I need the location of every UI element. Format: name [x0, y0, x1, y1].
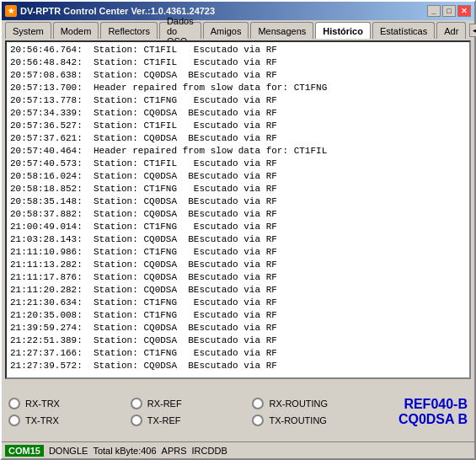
- app-icon: ★: [5, 5, 17, 17]
- main-window: ★ DV-RPTR Control Center Ver.:1.0.4361.2…: [0, 0, 476, 460]
- tab-dados-do-qso[interactable]: Dados do QSO: [159, 22, 201, 39]
- tab-system[interactable]: System: [5, 22, 51, 39]
- log-line: 20:57:08.638: Station: CQ0DSA BEscutado …: [10, 69, 466, 82]
- log-line: 21:22:51.389: Station: CQ0DSA BEscutado …: [10, 334, 466, 347]
- log-line: 21:03:28.143: Station: CQ0DSA BEscutado …: [10, 233, 466, 246]
- status-bar: COM15 DONGLE Total kByte:406 APRS IRCDDB: [2, 441, 474, 458]
- rx-routing-radio[interactable]: [252, 398, 264, 409]
- com-status: COM15: [5, 445, 44, 457]
- log-line: 20:58:18.852: Station: CT1FNG Escutado v…: [10, 183, 466, 195]
- aprs-status: APRS: [162, 446, 187, 456]
- ref-radio-group: RX-REF TX-REF: [131, 398, 182, 426]
- window-controls: _ □ ✕: [427, 5, 471, 17]
- log-line: 21:27:39.572: Station: CQ0DSA BEscutado …: [10, 360, 466, 372]
- tx-trx-radio[interactable]: [8, 415, 20, 426]
- tx-ref-label: TX-REF: [147, 415, 181, 425]
- minimize-button[interactable]: _: [427, 5, 441, 17]
- log-line: 21:20:35.008: Station: CT1FNG Escutado v…: [10, 309, 466, 322]
- tx-trx-item: TX-TRX: [8, 415, 60, 426]
- total-kbyte: Total kByte:406: [93, 446, 156, 456]
- tab-historico[interactable]: Histórico: [315, 22, 371, 39]
- ref-line2: CQ0DSA B: [398, 412, 468, 427]
- title-bar: ★ DV-RPTR Control Center Ver.:1.0.4361.2…: [2, 2, 474, 20]
- log-line: 20:56:46.764: Station: CT1FIL Escutado v…: [10, 44, 466, 56]
- rx-ref-label: RX-REF: [147, 398, 182, 409]
- ref-line1: REF040-B: [398, 397, 468, 412]
- log-line: 21:39:59.274: Station: CQ0DSA BEscutado …: [10, 322, 466, 334]
- log-line: 20:58:37.882: Station: CQ0DSA BEscutado …: [10, 208, 466, 221]
- log-line: 21:11:10.986: Station: CT1FNG Escutado v…: [10, 246, 466, 259]
- window-title: DV-RPTR Control Center Ver.:1.0.4361.247…: [20, 6, 215, 16]
- rx-radio-group: RX-TRX TX-TRX: [8, 398, 60, 426]
- tx-ref-item: TX-REF: [131, 415, 182, 426]
- maximize-button[interactable]: □: [442, 5, 456, 17]
- routing-radio-group: RX-ROUTING TX-ROUTING: [252, 398, 328, 426]
- rx-routing-item: RX-ROUTING: [252, 398, 328, 409]
- log-line: 21:21:30.634: Station: CT1FNG Escutado v…: [10, 297, 466, 309]
- log-line: 20:57:13.700: Header repaired from slow …: [10, 82, 466, 94]
- tab-reflectors[interactable]: Reflectors: [100, 22, 158, 39]
- rx-ref-radio[interactable]: [131, 398, 142, 409]
- log-line: 20:57:40.573: Station: CT1FIL Escutado v…: [10, 158, 466, 170]
- log-area[interactable]: 20:56:46.764: Station: CT1FIL Escutado v…: [7, 42, 469, 377]
- status-panel: RX-TRX TX-TRX RX-REF TX-REF RX-ROUTING: [2, 382, 474, 441]
- log-line: 21:11:13.282: Station: CQ0DSA BEscutado …: [10, 259, 466, 271]
- log-line: 20:57:37.621: Station: CQ0DSA BEscutado …: [10, 132, 466, 145]
- log-line: 21:27:37.166: Station: CT1FNG Escutado v…: [10, 347, 466, 360]
- dongle-status: DONGLE: [49, 446, 88, 456]
- tx-routing-label: TX-ROUTING: [269, 415, 326, 425]
- rx-trx-item: RX-TRX: [8, 398, 60, 409]
- log-line: 20:58:35.148: Station: CQ0DSA BEscutado …: [10, 195, 466, 208]
- log-line: 21:00:49.014: Station: CT1FNG Escutado v…: [10, 221, 466, 233]
- rx-trx-radio[interactable]: [8, 398, 20, 409]
- log-line: 20:57:34.339: Station: CQ0DSA BEscutado …: [10, 107, 466, 120]
- tab-prev-button[interactable]: ◀: [469, 24, 476, 37]
- tab-bar: System Modem Reflectors Dados do QSO Ami…: [2, 20, 474, 40]
- log-line: 20:57:13.778: Station: CT1FNG Escutado v…: [10, 94, 466, 107]
- log-line: 20:58:16.024: Station: CQ0DSA BEscutado …: [10, 170, 466, 183]
- rx-ref-item: RX-REF: [131, 398, 182, 409]
- tab-modem[interactable]: Modem: [53, 22, 99, 39]
- rx-trx-label: RX-TRX: [25, 398, 60, 409]
- close-button[interactable]: ✕: [457, 5, 471, 17]
- log-line: 20:57:36.527: Station: CT1FIL Escutado v…: [10, 120, 466, 132]
- log-line: 20:56:48.842: Station: CT1FIL Escutado v…: [10, 56, 466, 69]
- log-line: 20:57:40.464: Header repaired from slow …: [10, 145, 466, 158]
- ircddb-status: IRCDDB: [192, 446, 227, 456]
- tab-mensagens[interactable]: Mensagens: [250, 22, 313, 39]
- tab-adr[interactable]: Adr: [436, 22, 466, 39]
- content-area: 20:56:46.764: Station: CT1FIL Escutado v…: [5, 40, 471, 379]
- tab-estatisticas[interactable]: Estatísticas: [372, 22, 435, 39]
- ref-display: REF040-B CQ0DSA B: [398, 397, 468, 427]
- tx-trx-label: TX-TRX: [25, 415, 59, 425]
- tab-amigos[interactable]: Amigos: [203, 22, 249, 39]
- log-line: 21:11:17.876: Station: CQ0DSA BEscutado …: [10, 271, 466, 284]
- rx-routing-label: RX-ROUTING: [269, 398, 328, 409]
- tx-ref-radio[interactable]: [131, 415, 142, 426]
- tab-navigation: ◀ ▶: [469, 24, 476, 37]
- tx-routing-item: TX-ROUTING: [252, 415, 328, 426]
- log-line: 21:11:20.282: Station: CQ0DSA BEscutado …: [10, 284, 466, 297]
- tx-routing-radio[interactable]: [252, 415, 264, 426]
